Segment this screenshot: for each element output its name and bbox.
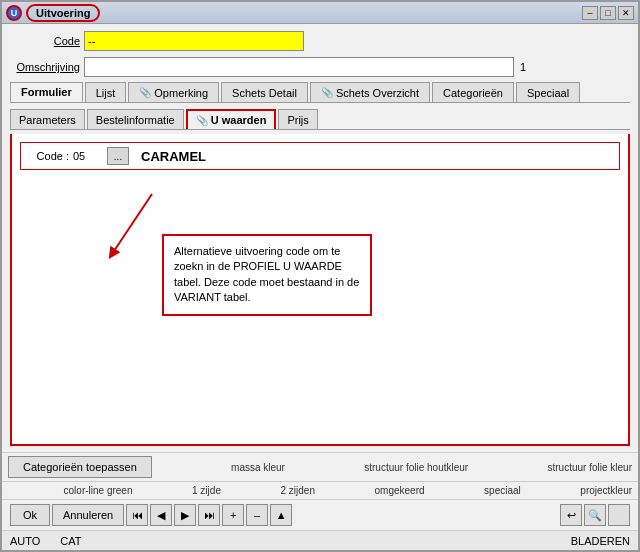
projectkleur-label: projectkleur <box>580 485 632 496</box>
code-row: Code <box>10 30 630 52</box>
nav-add-button[interactable]: + <box>222 504 244 526</box>
omschrijving-number: 1 <box>520 61 526 73</box>
window-controls: – □ ✕ <box>582 6 634 20</box>
browse-button[interactable]: ... <box>107 147 129 165</box>
nav-search-button[interactable]: 🔍 <box>584 504 606 526</box>
tab-categorieen[interactable]: Categorieën <box>432 82 514 102</box>
omschrijving-label: Omschrijving <box>10 61 80 73</box>
omschrijving-row: Omschrijving 1 <box>10 56 630 78</box>
tab-schets-detail[interactable]: Schets Detail <box>221 82 308 102</box>
tab-formulier[interactable]: Formulier <box>10 82 83 102</box>
paperclip-icon2: 📎 <box>321 87 333 98</box>
tab-opmerking[interactable]: 📎Opmerking <box>128 82 219 102</box>
nav-first-button[interactable]: ⏮ <box>126 504 148 526</box>
close-button[interactable]: ✕ <box>618 6 634 20</box>
color-row-1: Categorieën toepassen massa kleur struct… <box>2 452 638 481</box>
tab-schets-overzicht[interactable]: 📎Schets Overzicht <box>310 82 430 102</box>
zijde2-label: 2 zijden <box>280 485 314 496</box>
nav-row: Ok Annuleren ⏮ ◀ ▶ ⏭ + – ▲ ↩ 🔍 <box>2 499 638 530</box>
maximize-button[interactable]: □ <box>600 6 616 20</box>
speciaal-label: speciaal <box>484 485 521 496</box>
tab-parameters[interactable]: Parameters <box>10 109 85 129</box>
code-panel-label: Code : <box>29 150 69 162</box>
tab-row-1: Formulier Lijst 📎Opmerking Schets Detail… <box>10 82 630 103</box>
window-icon: U <box>6 5 22 21</box>
main-window: U Uitvoering – □ ✕ Code Omschrijving 1 F… <box>0 0 640 552</box>
massa-kleur-label: massa kleur <box>231 462 285 473</box>
code-input[interactable] <box>84 31 304 51</box>
annuleren-button[interactable]: Annuleren <box>52 504 124 526</box>
code-label: Code <box>10 35 80 47</box>
omgekeerd-label: omgekeerd <box>375 485 425 496</box>
nav-extra-button[interactable] <box>608 504 630 526</box>
omschrijving-input[interactable] <box>84 57 514 77</box>
tooltip-text: Alternatieve uitvoering code om te zoekn… <box>174 245 359 303</box>
color-row-2: color-line green 1 zijde 2 zijden omgeke… <box>2 481 638 499</box>
tab-lijst[interactable]: Lijst <box>85 82 127 102</box>
nav-remove-button[interactable]: – <box>246 504 268 526</box>
code-panel-input[interactable] <box>73 150 103 162</box>
nav-next-button[interactable]: ▶ <box>174 504 196 526</box>
tab-u-waarden[interactable]: 📎U waarden <box>186 109 277 129</box>
status-auto: AUTO <box>10 535 40 547</box>
content-area: Code Omschrijving 1 Formulier Lijst 📎Opm… <box>2 24 638 452</box>
tab-bestelinformatie[interactable]: Bestelinformatie <box>87 109 184 129</box>
tooltip-box: Alternatieve uitvoering code om te zoekn… <box>162 234 372 316</box>
status-bar: AUTO CAT BLADEREN <box>2 530 638 550</box>
structuur-folie-kleur-label: structuur folie kleur <box>548 462 632 473</box>
code-panel-row: Code : ... CARAMEL <box>20 142 620 170</box>
tab-row-2: Parameters Bestelinformatie 📎U waarden P… <box>10 109 630 130</box>
panel-content: Code : ... CARAMEL Alternatieve uitvoeri… <box>10 134 630 446</box>
status-cat: CAT <box>60 535 81 547</box>
structuur-folie-label: structuur folie houtkleur <box>364 462 468 473</box>
ok-button[interactable]: Ok <box>10 504 50 526</box>
nav-last-button[interactable]: ⏭ <box>198 504 220 526</box>
categorieen-button[interactable]: Categorieën toepassen <box>8 456 152 478</box>
tab-prijs[interactable]: Prijs <box>278 109 317 129</box>
zijde1-label: 1 zijde <box>192 485 221 496</box>
nav-prev-button[interactable]: ◀ <box>150 504 172 526</box>
window-title: Uitvoering <box>26 4 100 22</box>
svg-line-1 <box>112 194 152 254</box>
paperclip-icon3: 📎 <box>196 115 208 126</box>
minimize-button[interactable]: – <box>582 6 598 20</box>
nav-undo-button[interactable]: ↩ <box>560 504 582 526</box>
paperclip-icon: 📎 <box>139 87 151 98</box>
nav-up-button[interactable]: ▲ <box>270 504 292 526</box>
arrow-graphic <box>92 184 172 264</box>
status-bladeren: BLADEREN <box>571 535 630 547</box>
tab-speciaal[interactable]: Speciaal <box>516 82 580 102</box>
color-line-label: color-line green <box>64 485 133 496</box>
title-bar: U Uitvoering – □ ✕ <box>2 2 638 24</box>
caramel-value: CARAMEL <box>141 149 206 164</box>
